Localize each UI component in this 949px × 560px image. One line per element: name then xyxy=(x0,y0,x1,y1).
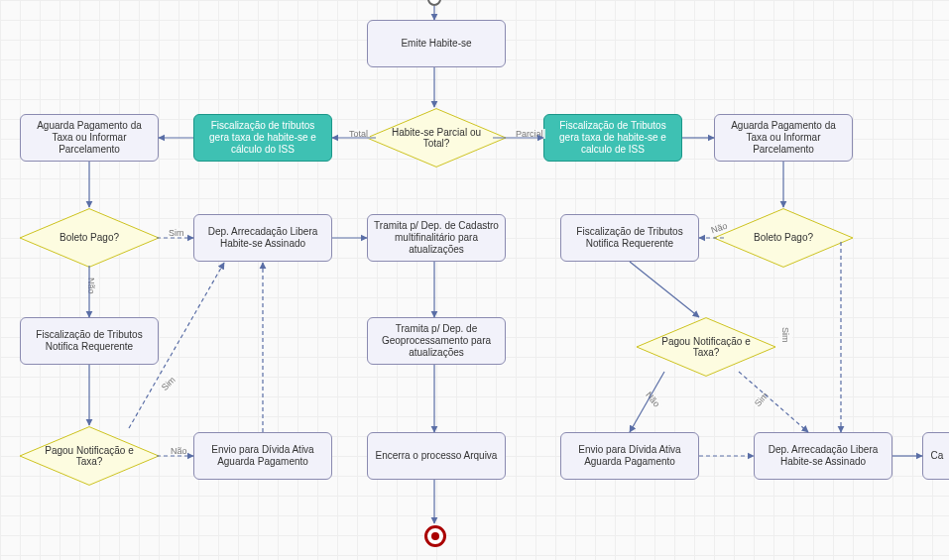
edge-label-parcial: Parcial xyxy=(514,129,545,139)
end-event-icon xyxy=(424,525,446,547)
task-emite-habite-se[interactable]: Emite Habite-se xyxy=(367,20,506,67)
task-tramita-geo[interactable]: Tramita p/ Dep. de Geoprocessamento para… xyxy=(367,317,506,365)
task-encerra[interactable]: Encerra o processo Arquiva xyxy=(367,432,506,480)
gateway-boleto-pago-left[interactable]: Boleto Pago? xyxy=(20,208,159,268)
start-event-icon xyxy=(427,0,441,6)
flowchart-canvas: Emite Habite-se Aguarda Pagamento da Tax… xyxy=(0,0,949,560)
gateway-boleto-pago-right[interactable]: Boleto Pago? xyxy=(714,208,853,268)
gateway-pagou-notificacao-left[interactable]: Pagou Notificação e Taxa? xyxy=(20,426,159,486)
task-dep-arrecadacao-left[interactable]: Dep. Arrecadação Libera Habite-se Assina… xyxy=(193,214,332,262)
edge-label-nao-pr: Não xyxy=(643,389,663,410)
edge-label-total: Total xyxy=(347,129,370,139)
task-fiscalizacao-total[interactable]: Fiscalização de tributos gera taxa de ha… xyxy=(193,114,332,162)
task-aguarda-pagamento-left[interactable]: Aguarda Pagamento da Taxa ou Informar Pa… xyxy=(20,114,159,162)
edge-label-sim-pr: Sim xyxy=(752,389,771,409)
edge-label-sim-pl: Sim xyxy=(158,374,178,394)
task-envio-divida-right[interactable]: Envio para Dívida Ativa Aguarda Pagament… xyxy=(560,432,699,480)
task-aguarda-pagamento-right[interactable]: Aguarda Pagamento da Taxa ou Informar Pa… xyxy=(714,114,853,162)
edge-label-nao-pl: Não xyxy=(169,446,189,456)
gateway-parcial-ou-total[interactable]: Habite-se Parcial ou Total? xyxy=(367,108,506,168)
task-envio-divida-left[interactable]: Envio para Dívida Ativa Aguarda Pagament… xyxy=(193,432,332,480)
task-fisc-notifica-right[interactable]: Fiscalização de Tributos Notifica Requer… xyxy=(560,214,699,262)
task-cadastro-partial[interactable]: Ca xyxy=(922,432,949,480)
edge-label-sim-br: Sim xyxy=(778,327,792,343)
task-tramita-cadastro[interactable]: Tramita p/ Dep. de Cadastro multifinalit… xyxy=(367,214,506,262)
gateway-pagou-notificacao-right[interactable]: Pagou Notificação e Taxa? xyxy=(637,317,775,377)
task-fiscalizacao-parcial[interactable]: Fiscalização de Tributos gera taxa de ha… xyxy=(543,114,682,162)
edge-label-sim-bl: Sim xyxy=(167,228,186,238)
edge-label-nao-bl: Não xyxy=(84,278,98,294)
task-dep-arrecadacao-right[interactable]: Dep. Arrecadação Libera Habite-se Assina… xyxy=(754,432,892,480)
task-fisc-notifica-left[interactable]: Fiscalização de Tributos Notifica Requer… xyxy=(20,317,159,365)
